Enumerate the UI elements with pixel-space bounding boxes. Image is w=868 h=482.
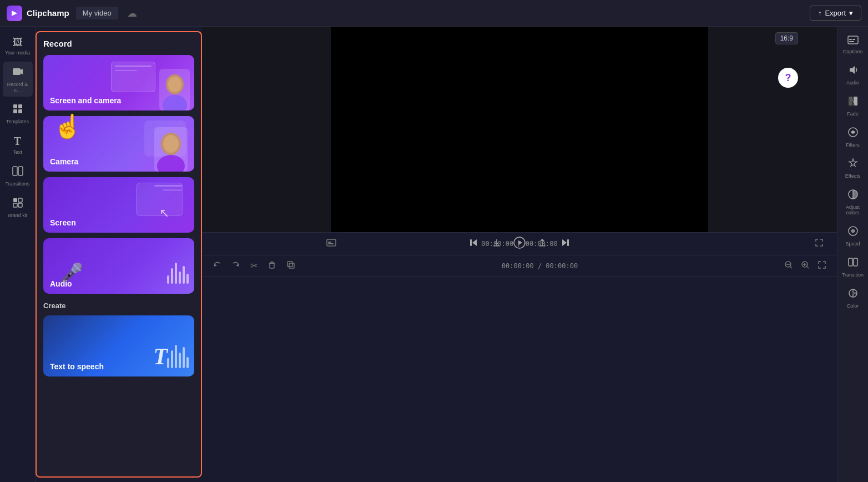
- transition-icon: [847, 257, 859, 270]
- export-icon: ↑: [818, 9, 822, 17]
- sidebar-icons: 🖼 Your media Record &c... Templ: [0, 27, 36, 482]
- fade-tool[interactable]: Fade: [840, 92, 866, 120]
- fit-button[interactable]: [816, 259, 828, 273]
- cloud-icon: ☁: [127, 7, 137, 19]
- svg-rect-10: [13, 203, 17, 207]
- main-layout: 🖼 Your media Record &c... Templ: [0, 27, 868, 482]
- captions-tool[interactable]: Captions: [840, 32, 866, 58]
- svg-rect-2: [13, 104, 17, 108]
- sidebar-label-record: Record &c...: [7, 82, 28, 94]
- audio-label: Audio: [50, 279, 72, 288]
- sidebar-item-your-media[interactable]: 🖼 Your media: [3, 32, 33, 59]
- svg-marker-1: [21, 69, 23, 74]
- redo-button[interactable]: [230, 259, 242, 273]
- record-panel-title: Record: [43, 39, 194, 48]
- filters-icon: [847, 127, 859, 140]
- transitions-icon: [12, 165, 23, 179]
- svg-rect-3: [18, 104, 22, 108]
- screen-decoration: [111, 62, 155, 92]
- zoom-in-button[interactable]: [799, 259, 811, 273]
- svg-rect-4: [13, 109, 17, 113]
- captions-icon: [847, 36, 859, 47]
- sidebar-label-transitions: Transitions: [6, 181, 30, 187]
- record-icon: [12, 66, 23, 80]
- color-tool[interactable]: Color: [840, 284, 866, 312]
- screen-camera-card[interactable]: Screen and camera: [43, 55, 194, 111]
- svg-rect-6: [13, 167, 17, 175]
- sidebar-item-transitions[interactable]: Transitions: [3, 161, 33, 190]
- app-logo: Clipchamp: [7, 6, 69, 21]
- export-label: Export: [825, 9, 846, 17]
- adjust-colors-label: Adjust colors: [842, 204, 864, 215]
- right-toolbar: Captions Audio Fade Filters Effects: [837, 27, 868, 482]
- svg-rect-5: [18, 109, 22, 113]
- color-icon: [847, 288, 859, 302]
- svg-rect-42: [849, 39, 852, 40]
- tts-card[interactable]: T Text to speech: [43, 315, 194, 376]
- text-icon: T: [14, 135, 21, 148]
- skip-back-button[interactable]: [467, 236, 480, 252]
- svg-rect-20: [328, 243, 334, 244]
- delete-button[interactable]: [266, 259, 278, 273]
- timeline-area: [202, 277, 837, 482]
- camera-card[interactable]: Camera: [43, 116, 194, 172]
- svg-rect-43: [852, 39, 855, 40]
- sidebar-label-your-media: Your media: [5, 50, 30, 56]
- export-button[interactable]: ↑ Export ▾: [810, 6, 861, 21]
- svg-rect-31: [270, 263, 274, 268]
- adjust-colors-tool[interactable]: Adjust colors: [840, 185, 866, 219]
- face-decoration: [159, 69, 190, 111]
- app-name: Clipchamp: [27, 8, 69, 18]
- svg-rect-28: [567, 239, 569, 246]
- svg-point-17: [163, 135, 179, 153]
- effects-tool[interactable]: Effects: [840, 154, 866, 182]
- current-time: 00:00:00: [502, 262, 534, 270]
- filters-tool[interactable]: Filters: [840, 123, 866, 151]
- speed-tool[interactable]: Speed: [840, 222, 866, 250]
- copy-button[interactable]: [285, 259, 297, 273]
- transition-tool[interactable]: Transition: [840, 253, 866, 281]
- help-button[interactable]: ?: [778, 68, 798, 88]
- svg-line-40: [807, 267, 809, 268]
- screen-camera-label: Screen and camera: [50, 96, 121, 105]
- sidebar-item-record[interactable]: Record &c...: [3, 62, 33, 97]
- time-separator: /: [538, 262, 546, 270]
- svg-rect-9: [18, 198, 22, 202]
- video-title[interactable]: My video: [76, 7, 118, 19]
- skip-forward-button[interactable]: [559, 236, 572, 252]
- svg-rect-18: [327, 239, 336, 246]
- svg-marker-29: [214, 264, 217, 267]
- svg-rect-7: [18, 167, 23, 175]
- svg-marker-45: [850, 66, 855, 74]
- cut-button[interactable]: ✂: [249, 259, 259, 273]
- camera-label: Camera: [50, 157, 78, 166]
- svg-rect-44: [849, 41, 854, 42]
- sidebar-item-text[interactable]: T Text: [3, 130, 33, 159]
- audio-card[interactable]: 🎤 Audio: [43, 238, 194, 294]
- timeline-toolbar: ✂ 00:00:00 / 00:00:00: [202, 255, 837, 277]
- media-icon: 🖼: [13, 37, 23, 48]
- svg-marker-21: [472, 239, 477, 246]
- color-label: Color: [847, 303, 859, 309]
- brand-kit-icon: [12, 197, 23, 211]
- audio-tool[interactable]: Audio: [840, 61, 866, 89]
- svg-rect-32: [289, 263, 294, 268]
- sidebar-item-brand-kit[interactable]: Brand kit: [3, 193, 33, 222]
- zoom-out-button[interactable]: [783, 259, 795, 273]
- adjust-colors-icon: [847, 189, 859, 203]
- aspect-ratio-badge[interactable]: 16:9: [775, 32, 798, 44]
- fullscreen-button[interactable]: [813, 236, 826, 252]
- zoom-controls: [783, 259, 828, 273]
- undo-button[interactable]: [211, 259, 223, 273]
- speed-icon: [847, 225, 859, 239]
- screen-card[interactable]: ↖ Screen: [43, 177, 194, 233]
- audio-icon: [847, 64, 859, 78]
- sidebar-item-templates[interactable]: Templates: [3, 99, 33, 128]
- tts-waves-decoration: [167, 343, 189, 368]
- sidebar-label-templates: Templates: [6, 119, 29, 125]
- fade-label: Fade: [847, 111, 859, 117]
- subtitles-button[interactable]: [324, 237, 339, 251]
- screen-label: Screen: [50, 218, 76, 227]
- svg-rect-11: [18, 203, 22, 207]
- speed-label: Speed: [845, 241, 860, 247]
